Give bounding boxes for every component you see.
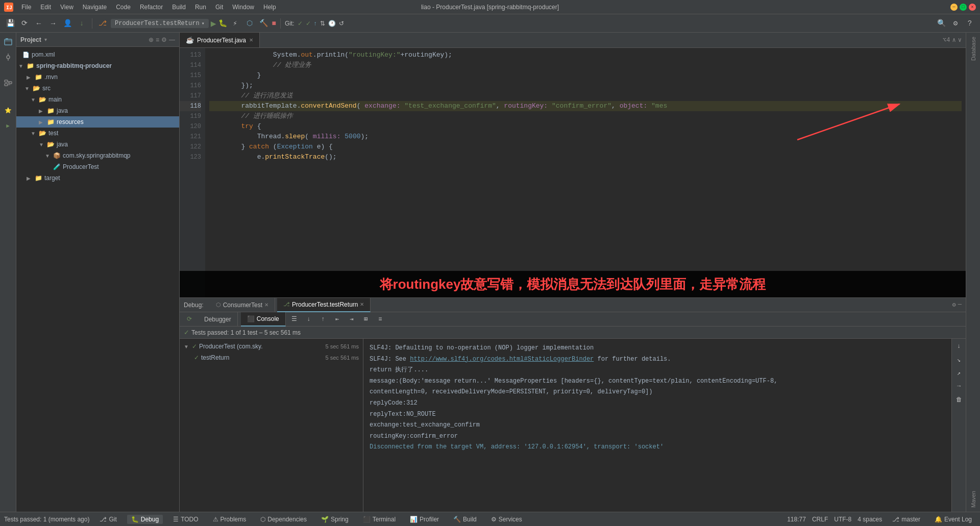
export-button[interactable]: ⇥ [346,314,357,325]
save-all-button[interactable]: 💾 [4,17,16,30]
menu-code[interactable]: Code [112,3,135,12]
consumer-tab-close[interactable]: ✕ [264,302,268,308]
test-item-return[interactable]: ✓ testReturn 5 sec 561 ms [180,352,363,363]
console-link-slf4j[interactable]: http://www.slf4j.org/codes.html#StaticLo… [410,356,594,363]
tree-item-producer-test[interactable]: 🧪 ProducerTest [16,161,179,172]
project-dropdown-icon[interactable]: ▾ [44,37,47,42]
tree-item-main[interactable]: ▼ 📂 main [16,94,179,105]
run-button[interactable]: ▶ [211,18,216,29]
search-everywhere-button[interactable]: 🔍 [935,17,947,30]
profiler-run-button[interactable]: ⬡ [243,17,256,30]
breadcrumb-up[interactable]: ∧ [952,36,956,44]
console-sub-tab[interactable]: ⬛ Console [241,312,286,327]
build-button[interactable]: 🔨 [258,17,270,30]
sidebar-run-icon[interactable]: ▶ [1,118,15,133]
editor-tab-producer-test[interactable]: ☕ ProducerTest.java ✕ [180,33,260,48]
code-content[interactable]: System.out.println("routingKey:"+routing… [205,48,966,297]
minimize-button[interactable]: — [950,4,958,11]
terminal-button[interactable]: ⬛ Terminal [359,515,400,524]
tree-item-pom[interactable]: 📄 pom.xml [16,49,179,60]
git-rollback-icon[interactable]: ↺ [339,20,344,27]
close-button[interactable]: ✕ [969,4,976,11]
problems-button[interactable]: ⚠ Problems [209,515,251,524]
console-output[interactable]: SLF4J: Defaulting to no-operation (NOP) … [363,339,951,512]
spring-button[interactable]: 🌱 Spring [317,515,353,524]
producer-tab-close[interactable]: ✕ [360,302,364,307]
debugger-sub-tab[interactable]: Debugger [198,312,238,327]
git-status-button[interactable]: ⎇ Git [95,515,120,524]
menu-file[interactable]: File [17,3,35,12]
tree-item-project[interactable]: ▼ 📁 spring-rabbitmq-producer [16,60,179,71]
services-button[interactable]: ⚙ Services [487,515,526,524]
clear-button[interactable]: 🗑 [953,394,965,405]
git-history-icon[interactable]: 🕐 [328,20,336,27]
tree-item-main-java[interactable]: ▶ 📁 java [16,105,179,116]
scroll-down-button[interactable]: ↓ [303,314,314,325]
menu-navigate[interactable]: Navigate [79,3,111,12]
todo-button[interactable]: ☰ TODO [169,515,202,524]
build-status-button[interactable]: 🔨 Build [449,515,481,524]
debug-button[interactable]: 🐛 [218,19,227,28]
test-item-producer[interactable]: ▼ ✓ ProducerTest (com.sky. 5 sec 561 ms [180,341,363,352]
tree-item-test[interactable]: ▼ 📂 test [16,128,179,139]
scroll-up-button[interactable]: ↑ [317,314,329,325]
sidebar-commit-icon[interactable] [1,50,15,64]
tree-item-test-java[interactable]: ▼ 📂 java [16,139,179,150]
vcs-update-button[interactable]: ↓ [76,17,88,30]
sidebar-maven-label[interactable]: Maven [970,489,976,510]
panel-settings-icon[interactable]: ⚙ [161,36,167,43]
sidebar-favorites-icon[interactable]: ⭐ [1,103,15,117]
debug-rerun-button[interactable]: ⟳ [184,314,195,325]
close-panel-icon[interactable]: — [169,36,175,43]
tree-item-resources[interactable]: ▶ 📁 resources [16,116,179,128]
tree-item-src[interactable]: ▼ 📂 src [16,83,179,94]
sidebar-project-icon[interactable] [1,35,15,49]
step-over-button[interactable]: ↓ [953,341,965,352]
sidebar-structure-icon[interactable] [1,77,15,91]
tree-item-target[interactable]: ▶ 📁 target [16,172,179,184]
forward-button[interactable]: → [47,17,59,30]
git-check-1[interactable]: ✓ [298,20,303,27]
menu-view[interactable]: View [56,3,78,12]
step-out-button[interactable]: ↗ [953,367,965,379]
align-left-button[interactable]: ⇤ [332,314,343,325]
dependencies-button[interactable]: ⬡ Dependencies [256,515,311,524]
profile-button[interactable]: 👤 [61,17,74,30]
stop-button[interactable]: ■ [272,19,276,28]
debug-minimize-icon[interactable]: — [958,301,962,309]
tree-item-mvn[interactable]: ▶ 📁 .mvn [16,71,179,83]
menu-git[interactable]: Git [211,3,227,12]
debug-status-button[interactable]: 🐛 Debug [127,515,163,524]
menu-run[interactable]: Run [191,3,210,12]
back-button[interactable]: ← [33,17,45,30]
profiler-button[interactable]: 📊 Profiler [406,515,443,524]
step-into-button[interactable]: ↘ [953,354,965,365]
settings-button[interactable]: ⚙ [949,17,962,30]
maximize-button[interactable]: □ [960,4,967,11]
debug-tab-producer[interactable]: ⎇ ProducerTest.testReturn ✕ [277,298,371,312]
filter-button[interactable]: ☰ [289,314,300,325]
coverage-button[interactable]: ⚡ [229,17,241,30]
event-log-button[interactable]: 🔔 Event Log [930,515,976,524]
breadcrumb-down[interactable]: ∨ [958,36,962,44]
tab-close-icon[interactable]: ✕ [249,37,253,43]
menu-edit[interactable]: Edit [36,3,55,12]
layout-button[interactable]: ⊞ [360,314,372,325]
git-fetch-icon[interactable]: ⇅ [320,20,325,27]
menu-refactor[interactable]: Refactor [136,3,167,12]
git-check-2[interactable]: ✓ [306,20,311,27]
menu-build[interactable]: Build [168,3,190,12]
run-to-cursor-button[interactable]: → [953,381,965,392]
git-push-icon[interactable]: ↑ [314,20,317,27]
help-button[interactable]: ? [964,17,976,30]
git-branch-status[interactable]: ⎇ master [888,515,924,524]
close-panel-button[interactable]: ≡ [375,314,386,325]
sidebar-database-label[interactable]: Database [970,35,976,63]
debug-tab-consumer[interactable]: ⬡ ConsumerTest ✕ [210,298,275,312]
sync-button[interactable]: ⟳ [18,17,31,30]
tree-item-package[interactable]: ▼ 📦 com.sky.springrabbitmqp [16,150,179,161]
menu-help[interactable]: Help [259,3,280,12]
scroll-to-source-icon[interactable]: ≡ [156,36,159,43]
run-configuration[interactable]: ProducerTest.testReturn ▾ [111,19,209,28]
menu-window[interactable]: Window [228,3,258,12]
